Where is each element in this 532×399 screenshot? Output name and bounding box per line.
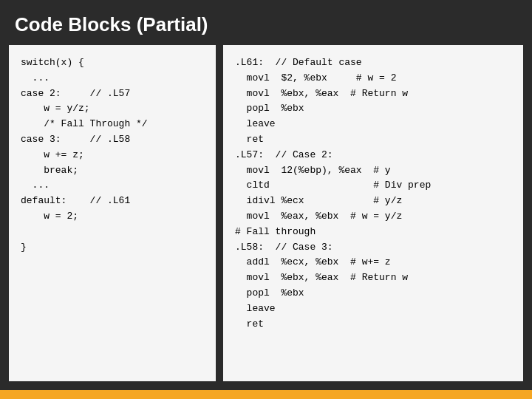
asm-line: leave	[235, 117, 511, 132]
asm-line: leave	[235, 301, 511, 317]
code-line: w += z;	[21, 148, 204, 163]
title-bar: Code Blocks (Partial)	[0, 0, 532, 45]
asm-line: popl %ebx	[235, 101, 511, 117]
code-line: break;	[21, 163, 204, 179]
asm-line: .L58: // Case 3:	[235, 240, 511, 256]
asm-line: .L57: // Case 2:	[235, 148, 511, 163]
asm-line: popl %ebx	[235, 286, 511, 301]
content-area: switch(x) { ...case 2: // .L57 w = y/z; …	[0, 45, 532, 390]
asm-line: movl $2, %ebx # w = 2	[235, 71, 511, 86]
code-line: switch(x) {	[21, 55, 204, 71]
code-line: }	[21, 240, 204, 256]
code-line: case 3: // .L58	[21, 132, 204, 148]
asm-code-panel: .L61: // Default case movl $2, %ebx # w …	[223, 45, 523, 381]
code-line: ...	[21, 178, 204, 194]
bottom-bar	[0, 390, 532, 399]
asm-line: ret	[235, 132, 511, 148]
page-title: Code Blocks (Partial)	[15, 13, 208, 35]
code-line: w = 2;	[21, 209, 204, 225]
code-line: case 2: // .L57	[21, 86, 204, 102]
c-code-panel: switch(x) { ...case 2: // .L57 w = y/z; …	[9, 45, 216, 381]
code-line	[21, 225, 204, 240]
asm-line: movl %ebx, %eax # Return w	[235, 86, 511, 102]
asm-line: ret	[235, 317, 511, 332]
code-line: /* Fall Through */	[21, 117, 204, 132]
page: Code Blocks (Partial) switch(x) { ...cas…	[0, 0, 532, 399]
code-line: w = y/z;	[21, 101, 204, 117]
asm-line: movl %eax, %ebx # w = y/z	[235, 209, 511, 225]
asm-line: cltd # Div prep	[235, 178, 511, 194]
code-line: default: // .L61	[21, 194, 204, 209]
asm-line: movl %ebx, %eax # Return w	[235, 270, 511, 286]
code-line: ...	[21, 71, 204, 86]
asm-line: addl %ecx, %ebx # w+= z	[235, 255, 511, 270]
asm-line: .L61: // Default case	[235, 55, 511, 71]
asm-line: # Fall through	[235, 225, 511, 240]
asm-line: idivl %ecx # y/z	[235, 194, 511, 209]
asm-line: movl 12(%ebp), %eax # y	[235, 163, 511, 179]
